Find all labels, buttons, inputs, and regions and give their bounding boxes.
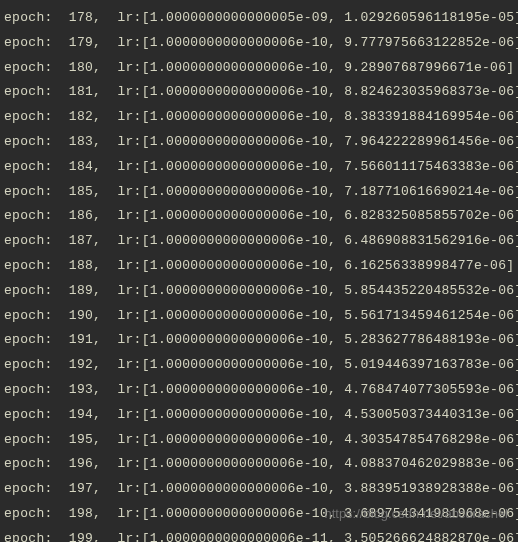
epoch-value: 192,	[69, 357, 101, 372]
lr-label: lr:	[117, 531, 141, 542]
log-line: epoch: 181, lr:[1.0000000000000006e-10, …	[4, 80, 514, 105]
training-log-output: epoch: 178, lr:[1.0000000000000005e-09, …	[4, 6, 514, 542]
log-line: epoch: 193, lr:[1.0000000000000006e-10, …	[4, 378, 514, 403]
lr-values: [1.0000000000000006e-10, 8.3833918841699…	[142, 109, 518, 124]
epoch-label: epoch:	[4, 159, 53, 174]
lr-label: lr:	[117, 382, 141, 397]
lr-label: lr:	[117, 258, 141, 273]
epoch-value: 184,	[69, 159, 101, 174]
lr-label: lr:	[117, 60, 141, 75]
log-line: epoch: 185, lr:[1.0000000000000006e-10, …	[4, 180, 514, 205]
lr-values: [1.0000000000000006e-10, 4.5300503734403…	[142, 407, 518, 422]
epoch-label: epoch:	[4, 382, 53, 397]
lr-label: lr:	[117, 233, 141, 248]
epoch-value: 188,	[69, 258, 101, 273]
epoch-label: epoch:	[4, 258, 53, 273]
lr-values: [1.0000000000000006e-10, 5.0194463971637…	[142, 357, 518, 372]
epoch-label: epoch:	[4, 481, 53, 496]
log-line: epoch: 189, lr:[1.0000000000000006e-10, …	[4, 279, 514, 304]
epoch-value: 197,	[69, 481, 101, 496]
epoch-value: 193,	[69, 382, 101, 397]
epoch-value: 198,	[69, 506, 101, 521]
epoch-value: 178,	[69, 10, 101, 25]
lr-label: lr:	[117, 407, 141, 422]
epoch-label: epoch:	[4, 456, 53, 471]
epoch-label: epoch:	[4, 60, 53, 75]
lr-values: [1.0000000000000006e-10, 5.8544352204855…	[142, 283, 518, 298]
epoch-label: epoch:	[4, 432, 53, 447]
epoch-label: epoch:	[4, 35, 53, 50]
lr-values: [1.0000000000000006e-10, 4.0883704620298…	[142, 456, 518, 471]
epoch-label: epoch:	[4, 332, 53, 347]
epoch-label: epoch:	[4, 10, 53, 25]
log-line: epoch: 180, lr:[1.0000000000000006e-10, …	[4, 56, 514, 81]
epoch-value: 182,	[69, 109, 101, 124]
log-line: epoch: 179, lr:[1.0000000000000006e-10, …	[4, 31, 514, 56]
lr-label: lr:	[117, 84, 141, 99]
lr-label: lr:	[117, 308, 141, 323]
lr-label: lr:	[117, 481, 141, 496]
epoch-value: 194,	[69, 407, 101, 422]
lr-label: lr:	[117, 109, 141, 124]
lr-label: lr:	[117, 208, 141, 223]
log-line: epoch: 184, lr:[1.0000000000000006e-10, …	[4, 155, 514, 180]
lr-values: [1.0000000000000006e-10, 5.5617134594612…	[142, 308, 518, 323]
epoch-label: epoch:	[4, 531, 53, 542]
lr-values: [1.0000000000000006e-10, 7.5660111754633…	[142, 159, 518, 174]
epoch-label: epoch:	[4, 208, 53, 223]
log-line: epoch: 196, lr:[1.0000000000000006e-10, …	[4, 452, 514, 477]
epoch-value: 186,	[69, 208, 101, 223]
watermark-text: https://blog.csdn.net/abcdrachel	[324, 502, 508, 527]
log-line: epoch: 182, lr:[1.0000000000000006e-10, …	[4, 105, 514, 130]
log-line: epoch: 188, lr:[1.0000000000000006e-10, …	[4, 254, 514, 279]
epoch-value: 189,	[69, 283, 101, 298]
epoch-label: epoch:	[4, 109, 53, 124]
log-line: epoch: 199, lr:[1.0000000000000006e-11, …	[4, 527, 514, 542]
lr-values: [1.0000000000000005e-09, 1.0292605961181…	[142, 10, 518, 25]
lr-label: lr:	[117, 283, 141, 298]
epoch-value: 179,	[69, 35, 101, 50]
epoch-value: 180,	[69, 60, 101, 75]
lr-values: [1.0000000000000006e-10, 6.1625633899847…	[142, 258, 515, 273]
log-line: epoch: 187, lr:[1.0000000000000006e-10, …	[4, 229, 514, 254]
epoch-value: 190,	[69, 308, 101, 323]
log-line: epoch: 190, lr:[1.0000000000000006e-10, …	[4, 304, 514, 329]
lr-values: [1.0000000000000006e-10, 5.2836277864881…	[142, 332, 518, 347]
lr-label: lr:	[117, 35, 141, 50]
lr-label: lr:	[117, 506, 141, 521]
lr-values: [1.0000000000000006e-11, 3.5052666248828…	[142, 531, 518, 542]
lr-values: [1.0000000000000006e-10, 9.7779756631228…	[142, 35, 518, 50]
epoch-label: epoch:	[4, 308, 53, 323]
log-line: epoch: 186, lr:[1.0000000000000006e-10, …	[4, 204, 514, 229]
epoch-value: 183,	[69, 134, 101, 149]
lr-label: lr:	[117, 134, 141, 149]
lr-label: lr:	[117, 432, 141, 447]
lr-label: lr:	[117, 357, 141, 372]
epoch-label: epoch:	[4, 134, 53, 149]
epoch-value: 181,	[69, 84, 101, 99]
log-line: epoch: 197, lr:[1.0000000000000006e-10, …	[4, 477, 514, 502]
lr-values: [1.0000000000000006e-10, 7.9642222899614…	[142, 134, 518, 149]
epoch-label: epoch:	[4, 233, 53, 248]
epoch-label: epoch:	[4, 407, 53, 422]
log-line: epoch: 178, lr:[1.0000000000000005e-09, …	[4, 6, 514, 31]
lr-label: lr:	[117, 10, 141, 25]
epoch-label: epoch:	[4, 84, 53, 99]
epoch-value: 191,	[69, 332, 101, 347]
epoch-value: 199,	[69, 531, 101, 542]
lr-values: [1.0000000000000006e-10, 4.7684740773055…	[142, 382, 518, 397]
epoch-label: epoch:	[4, 506, 53, 521]
log-line: epoch: 195, lr:[1.0000000000000006e-10, …	[4, 428, 514, 453]
epoch-value: 185,	[69, 184, 101, 199]
lr-values: [1.0000000000000006e-10, 9.2890768799667…	[142, 60, 515, 75]
log-line: epoch: 194, lr:[1.0000000000000006e-10, …	[4, 403, 514, 428]
epoch-value: 195,	[69, 432, 101, 447]
lr-label: lr:	[117, 332, 141, 347]
lr-values: [1.0000000000000006e-10, 4.3035478547682…	[142, 432, 518, 447]
log-line: epoch: 191, lr:[1.0000000000000006e-10, …	[4, 328, 514, 353]
epoch-value: 187,	[69, 233, 101, 248]
lr-values: [1.0000000000000006e-10, 6.8283250858557…	[142, 208, 518, 223]
log-line: epoch: 192, lr:[1.0000000000000006e-10, …	[4, 353, 514, 378]
log-line: epoch: 183, lr:[1.0000000000000006e-10, …	[4, 130, 514, 155]
lr-label: lr:	[117, 184, 141, 199]
